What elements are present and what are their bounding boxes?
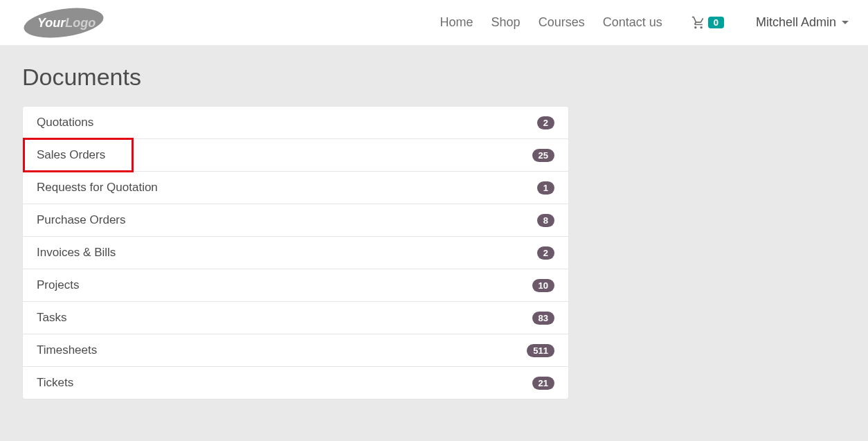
document-label: Invoices & Bills bbox=[37, 246, 116, 260]
document-count-badge: 511 bbox=[527, 344, 554, 357]
svg-text:YourLogo: YourLogo bbox=[37, 16, 96, 30]
document-item[interactable]: Sales Orders25 bbox=[23, 139, 568, 172]
user-menu[interactable]: Mitchell Admin bbox=[756, 15, 849, 30]
document-item[interactable]: Quotations2 bbox=[23, 107, 568, 139]
header: YourLogo Home Shop Courses Contact us 0 … bbox=[0, 0, 868, 46]
document-count-badge: 1 bbox=[537, 181, 554, 195]
document-label: Purchase Orders bbox=[37, 213, 126, 227]
document-label: Requests for Quotation bbox=[37, 181, 158, 195]
cart-button[interactable]: 0 bbox=[691, 16, 724, 30]
document-label: Timesheets bbox=[37, 343, 97, 357]
documents-list: Quotations2Sales Orders25Requests for Qu… bbox=[22, 106, 569, 399]
nav-home[interactable]: Home bbox=[440, 15, 473, 30]
nav-courses[interactable]: Courses bbox=[539, 15, 585, 30]
document-item[interactable]: Invoices & Bills2 bbox=[23, 237, 568, 269]
content: Documents Quotations2Sales Orders25Reque… bbox=[0, 46, 868, 417]
document-count-badge: 10 bbox=[532, 279, 554, 292]
document-label: Tasks bbox=[37, 311, 66, 325]
logo-icon: YourLogo bbox=[22, 6, 105, 39]
nav: Home Shop Courses Contact us 0 Mitchell … bbox=[440, 15, 849, 30]
document-count-badge: 21 bbox=[532, 377, 554, 390]
cart-count-badge: 0 bbox=[708, 17, 724, 28]
document-item[interactable]: Tasks83 bbox=[23, 302, 568, 334]
page-title: Documents bbox=[22, 64, 846, 91]
user-name: Mitchell Admin bbox=[756, 15, 836, 30]
caret-down-icon bbox=[842, 21, 849, 24]
document-label: Quotations bbox=[37, 116, 93, 129]
document-label: Projects bbox=[37, 278, 79, 292]
document-item[interactable]: Tickets21 bbox=[23, 367, 568, 399]
document-count-badge: 83 bbox=[532, 312, 554, 325]
document-count-badge: 25 bbox=[532, 149, 554, 162]
cart-icon bbox=[691, 16, 705, 30]
nav-shop[interactable]: Shop bbox=[491, 15, 521, 30]
logo[interactable]: YourLogo bbox=[22, 6, 105, 39]
document-item[interactable]: Requests for Quotation1 bbox=[23, 172, 568, 204]
document-label: Sales Orders bbox=[37, 148, 105, 162]
nav-contact[interactable]: Contact us bbox=[603, 15, 662, 30]
document-item[interactable]: Timesheets511 bbox=[23, 334, 568, 367]
document-count-badge: 2 bbox=[537, 246, 554, 260]
document-label: Tickets bbox=[37, 376, 73, 390]
document-item[interactable]: Purchase Orders8 bbox=[23, 204, 568, 237]
document-count-badge: 2 bbox=[537, 116, 554, 129]
document-count-badge: 8 bbox=[537, 214, 554, 227]
document-item[interactable]: Projects10 bbox=[23, 269, 568, 302]
